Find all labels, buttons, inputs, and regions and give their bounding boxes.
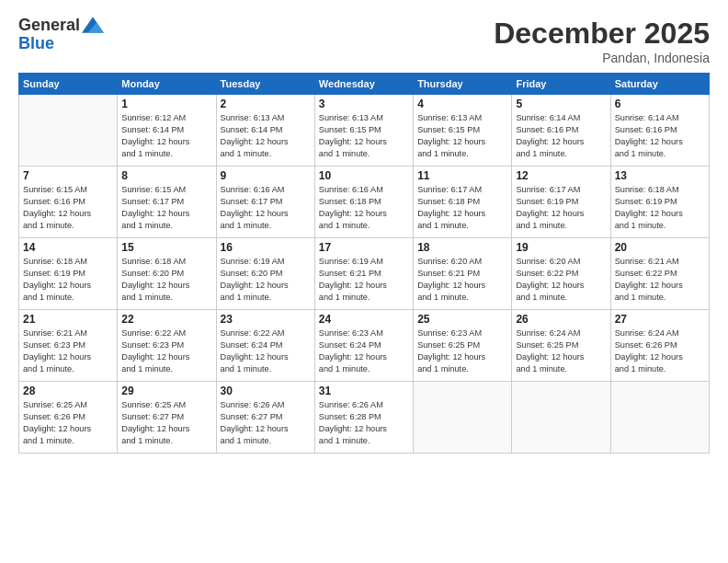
day-info: Sunrise: 6:13 AMSunset: 6:14 PMDaylight:… bbox=[221, 112, 311, 160]
day-info: Sunrise: 6:21 AMSunset: 6:22 PMDaylight:… bbox=[615, 256, 705, 304]
calendar-cell: 14Sunrise: 6:18 AMSunset: 6:19 PMDayligh… bbox=[19, 238, 118, 310]
calendar-cell: 30Sunrise: 6:26 AMSunset: 6:27 PMDayligh… bbox=[216, 382, 314, 454]
day-info: Sunrise: 6:24 AMSunset: 6:25 PMDaylight:… bbox=[516, 327, 606, 375]
calendar-cell: 22Sunrise: 6:22 AMSunset: 6:23 PMDayligh… bbox=[118, 310, 216, 382]
day-info: Sunrise: 6:13 AMSunset: 6:15 PMDaylight:… bbox=[417, 112, 507, 160]
calendar-cell: 16Sunrise: 6:19 AMSunset: 6:20 PMDayligh… bbox=[216, 238, 314, 310]
calendar-cell bbox=[414, 382, 512, 454]
calendar-cell: 23Sunrise: 6:22 AMSunset: 6:24 PMDayligh… bbox=[216, 310, 314, 382]
calendar-body: 1Sunrise: 6:12 AMSunset: 6:14 PMDaylight… bbox=[19, 95, 710, 454]
day-number: 8 bbox=[121, 169, 211, 182]
day-info: Sunrise: 6:19 AMSunset: 6:21 PMDaylight:… bbox=[319, 256, 409, 304]
day-number: 29 bbox=[121, 385, 211, 397]
weekday-header: Tuesday bbox=[216, 74, 314, 95]
month-title: December 2025 bbox=[494, 17, 710, 51]
day-info: Sunrise: 6:25 AMSunset: 6:26 PMDaylight:… bbox=[23, 399, 113, 447]
calendar-cell: 11Sunrise: 6:17 AMSunset: 6:18 PMDayligh… bbox=[414, 167, 512, 238]
day-number: 9 bbox=[221, 169, 311, 182]
day-info: Sunrise: 6:24 AMSunset: 6:26 PMDaylight:… bbox=[615, 327, 705, 375]
calendar-cell: 24Sunrise: 6:23 AMSunset: 6:24 PMDayligh… bbox=[314, 310, 413, 382]
day-info: Sunrise: 6:20 AMSunset: 6:21 PMDaylight:… bbox=[417, 256, 507, 304]
day-info: Sunrise: 6:17 AMSunset: 6:18 PMDaylight:… bbox=[417, 184, 507, 232]
calendar-cell: 31Sunrise: 6:26 AMSunset: 6:28 PMDayligh… bbox=[314, 382, 413, 454]
day-number: 31 bbox=[319, 385, 409, 397]
day-number: 13 bbox=[615, 169, 705, 182]
location-subtitle: Pandan, Indonesia bbox=[494, 51, 710, 65]
calendar-cell: 19Sunrise: 6:20 AMSunset: 6:22 PMDayligh… bbox=[512, 238, 610, 310]
day-info: Sunrise: 6:23 AMSunset: 6:24 PMDaylight:… bbox=[319, 327, 409, 375]
calendar-week-row: 14Sunrise: 6:18 AMSunset: 6:19 PMDayligh… bbox=[19, 238, 710, 310]
day-number: 12 bbox=[516, 169, 606, 182]
weekday-header: Wednesday bbox=[314, 74, 413, 95]
page: General Blue December 2025 Pandan, Indon… bbox=[0, 0, 728, 563]
day-info: Sunrise: 6:12 AMSunset: 6:14 PMDaylight:… bbox=[121, 112, 211, 160]
calendar-cell: 29Sunrise: 6:25 AMSunset: 6:27 PMDayligh… bbox=[118, 382, 216, 454]
weekday-header: Saturday bbox=[610, 74, 709, 95]
day-number: 3 bbox=[319, 98, 409, 110]
calendar-cell: 8Sunrise: 6:15 AMSunset: 6:17 PMDaylight… bbox=[118, 167, 216, 238]
calendar-cell: 15Sunrise: 6:18 AMSunset: 6:20 PMDayligh… bbox=[118, 238, 216, 310]
weekday-header: Friday bbox=[512, 74, 610, 95]
calendar-week-row: 28Sunrise: 6:25 AMSunset: 6:26 PMDayligh… bbox=[19, 382, 710, 454]
calendar-cell: 26Sunrise: 6:24 AMSunset: 6:25 PMDayligh… bbox=[512, 310, 610, 382]
calendar-cell: 18Sunrise: 6:20 AMSunset: 6:21 PMDayligh… bbox=[414, 238, 512, 310]
day-info: Sunrise: 6:14 AMSunset: 6:16 PMDaylight:… bbox=[615, 112, 705, 160]
calendar-cell: 1Sunrise: 6:12 AMSunset: 6:14 PMDaylight… bbox=[118, 95, 216, 167]
calendar-week-row: 21Sunrise: 6:21 AMSunset: 6:23 PMDayligh… bbox=[19, 310, 710, 382]
calendar-week-row: 7Sunrise: 6:15 AMSunset: 6:16 PMDaylight… bbox=[19, 167, 710, 238]
day-number: 17 bbox=[319, 241, 409, 254]
day-number: 19 bbox=[516, 241, 606, 254]
day-number: 22 bbox=[121, 313, 211, 326]
calendar-cell: 25Sunrise: 6:23 AMSunset: 6:25 PMDayligh… bbox=[414, 310, 512, 382]
day-info: Sunrise: 6:16 AMSunset: 6:18 PMDaylight:… bbox=[319, 184, 409, 232]
day-number: 6 bbox=[615, 98, 705, 110]
calendar-cell: 6Sunrise: 6:14 AMSunset: 6:16 PMDaylight… bbox=[610, 95, 709, 167]
day-info: Sunrise: 6:25 AMSunset: 6:27 PMDaylight:… bbox=[121, 399, 211, 447]
calendar-header-row: SundayMondayTuesdayWednesdayThursdayFrid… bbox=[19, 74, 710, 95]
day-info: Sunrise: 6:26 AMSunset: 6:27 PMDaylight:… bbox=[221, 399, 311, 447]
day-number: 24 bbox=[319, 313, 409, 326]
day-info: Sunrise: 6:18 AMSunset: 6:19 PMDaylight:… bbox=[23, 256, 113, 304]
day-number: 5 bbox=[516, 98, 606, 110]
logo-text: General Blue bbox=[18, 17, 104, 53]
weekday-header: Thursday bbox=[414, 74, 512, 95]
day-info: Sunrise: 6:15 AMSunset: 6:17 PMDaylight:… bbox=[121, 184, 211, 232]
day-number: 18 bbox=[417, 241, 507, 254]
calendar-cell: 9Sunrise: 6:16 AMSunset: 6:17 PMDaylight… bbox=[216, 167, 314, 238]
calendar-cell bbox=[512, 382, 610, 454]
calendar-cell: 27Sunrise: 6:24 AMSunset: 6:26 PMDayligh… bbox=[610, 310, 709, 382]
day-info: Sunrise: 6:22 AMSunset: 6:23 PMDaylight:… bbox=[121, 327, 211, 375]
calendar-week-row: 1Sunrise: 6:12 AMSunset: 6:14 PMDaylight… bbox=[19, 95, 710, 167]
calendar-cell: 28Sunrise: 6:25 AMSunset: 6:26 PMDayligh… bbox=[19, 382, 118, 454]
day-info: Sunrise: 6:17 AMSunset: 6:19 PMDaylight:… bbox=[516, 184, 606, 232]
day-info: Sunrise: 6:15 AMSunset: 6:16 PMDaylight:… bbox=[23, 184, 113, 232]
day-number: 11 bbox=[417, 169, 507, 182]
day-info: Sunrise: 6:18 AMSunset: 6:20 PMDaylight:… bbox=[121, 256, 211, 304]
day-info: Sunrise: 6:23 AMSunset: 6:25 PMDaylight:… bbox=[417, 327, 507, 375]
calendar-cell: 7Sunrise: 6:15 AMSunset: 6:16 PMDaylight… bbox=[19, 167, 118, 238]
day-info: Sunrise: 6:22 AMSunset: 6:24 PMDaylight:… bbox=[221, 327, 311, 375]
day-number: 27 bbox=[615, 313, 705, 326]
calendar-cell: 21Sunrise: 6:21 AMSunset: 6:23 PMDayligh… bbox=[19, 310, 118, 382]
day-info: Sunrise: 6:21 AMSunset: 6:23 PMDaylight:… bbox=[23, 327, 113, 375]
day-number: 28 bbox=[23, 385, 113, 397]
calendar-cell: 12Sunrise: 6:17 AMSunset: 6:19 PMDayligh… bbox=[512, 167, 610, 238]
day-info: Sunrise: 6:14 AMSunset: 6:16 PMDaylight:… bbox=[516, 112, 606, 160]
calendar-table: SundayMondayTuesdayWednesdayThursdayFrid… bbox=[18, 73, 710, 454]
day-info: Sunrise: 6:20 AMSunset: 6:22 PMDaylight:… bbox=[516, 256, 606, 304]
day-number: 16 bbox=[221, 241, 311, 254]
calendar-cell: 5Sunrise: 6:14 AMSunset: 6:16 PMDaylight… bbox=[512, 95, 610, 167]
day-number: 21 bbox=[23, 313, 113, 326]
logo-general: General bbox=[18, 17, 80, 35]
day-number: 7 bbox=[23, 169, 113, 182]
logo: General Blue bbox=[18, 17, 104, 53]
calendar-cell: 3Sunrise: 6:13 AMSunset: 6:15 PMDaylight… bbox=[314, 95, 413, 167]
day-info: Sunrise: 6:16 AMSunset: 6:17 PMDaylight:… bbox=[221, 184, 311, 232]
day-number: 23 bbox=[221, 313, 311, 326]
logo-blue: Blue bbox=[18, 35, 104, 53]
day-number: 2 bbox=[221, 98, 311, 110]
calendar-cell bbox=[19, 95, 118, 167]
day-info: Sunrise: 6:13 AMSunset: 6:15 PMDaylight:… bbox=[319, 112, 409, 160]
day-number: 20 bbox=[615, 241, 705, 254]
calendar-cell bbox=[610, 382, 709, 454]
